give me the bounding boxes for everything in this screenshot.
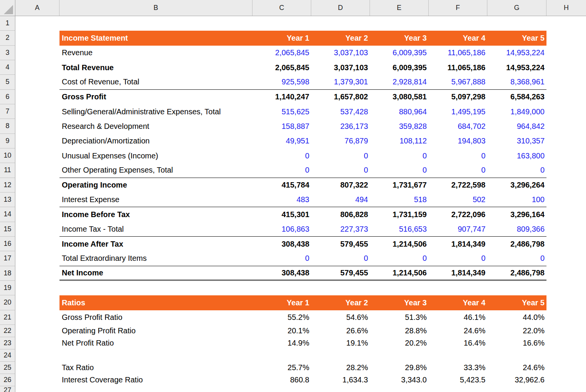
row-header-15[interactable]: 15 xyxy=(0,222,15,237)
cell-value[interactable]: 2,065,845 xyxy=(253,63,311,72)
cell-value[interactable]: 3,343.0 xyxy=(370,376,429,384)
cell-value[interactable]: 33.3% xyxy=(429,363,487,372)
cell-value[interactable]: 0 xyxy=(429,152,487,160)
cell-value[interactable]: 806,828 xyxy=(311,210,370,219)
cell-value[interactable]: 1,634.3 xyxy=(311,376,370,384)
row-header-14[interactable]: 14 xyxy=(0,207,15,222)
cell-value[interactable]: 310,357 xyxy=(487,137,546,145)
cell-value[interactable]: 1,495,195 xyxy=(429,107,487,116)
cell-value[interactable]: 11,065,186 xyxy=(429,48,487,57)
column-header-a[interactable]: A xyxy=(15,0,59,16)
cell-value[interactable]: 100 xyxy=(487,195,546,204)
year-header[interactable]: Year 4 xyxy=(429,34,487,43)
cell-value[interactable]: 108,112 xyxy=(370,137,429,145)
cell-value[interactable]: 925,598 xyxy=(253,77,311,86)
cell-value[interactable]: 46.1% xyxy=(429,313,487,322)
row-header-13[interactable]: 13 xyxy=(0,193,15,207)
cell-value[interactable]: 163,800 xyxy=(487,152,546,160)
cell-label[interactable]: Research & Development xyxy=(59,122,253,131)
cell-value[interactable]: 16.4% xyxy=(429,339,487,348)
cell-value[interactable]: 0 xyxy=(311,166,370,175)
cell-value[interactable]: 2,486,798 xyxy=(487,240,546,249)
cell-value[interactable]: 2,722,096 xyxy=(429,210,487,219)
row-header-22[interactable]: 22 xyxy=(0,325,15,337)
cell-value[interactable]: 483 xyxy=(253,195,311,204)
cell-value[interactable]: 5,423.5 xyxy=(429,376,487,384)
row-header-1[interactable]: 1 xyxy=(0,16,15,31)
cell-value[interactable]: 0 xyxy=(370,152,429,160)
row-header-26[interactable]: 26 xyxy=(0,374,15,386)
year-header[interactable]: Year 3 xyxy=(370,34,429,43)
cell-value[interactable]: 579,455 xyxy=(311,268,370,277)
cell-value[interactable]: 1,379,301 xyxy=(311,77,370,86)
cell-value[interactable]: 227,373 xyxy=(311,225,370,234)
year-header[interactable]: Year 2 xyxy=(311,298,370,307)
cell-label[interactable]: Total Extraordinary Items xyxy=(59,254,253,263)
cell-value[interactable]: 236,173 xyxy=(311,122,370,131)
cell-value[interactable]: 0 xyxy=(487,166,546,175)
cell-value[interactable]: 3,296,264 xyxy=(487,181,546,189)
cell-value[interactable]: 25.7% xyxy=(253,363,311,372)
cell-label[interactable]: Net Profit Ratio xyxy=(59,339,253,348)
row-header-12[interactable]: 12 xyxy=(0,178,15,193)
column-header-g[interactable]: G xyxy=(487,0,546,16)
cell-value[interactable]: 0 xyxy=(253,166,311,175)
cell-value[interactable]: 22.0% xyxy=(487,326,546,335)
year-header[interactable]: Year 1 xyxy=(253,298,311,307)
cell-value[interactable]: 24.6% xyxy=(429,326,487,335)
cell-value[interactable]: 14,953,224 xyxy=(487,48,546,57)
cell-label[interactable]: Income Before Tax xyxy=(59,210,253,219)
row-header-2[interactable]: 2 xyxy=(0,31,15,45)
cell-value[interactable]: 516,653 xyxy=(370,225,429,234)
row-header-10[interactable]: 10 xyxy=(0,148,15,163)
cell-value[interactable]: 28.8% xyxy=(370,326,429,335)
cell-value[interactable]: 515,625 xyxy=(253,107,311,116)
cell-value[interactable]: 809,366 xyxy=(487,225,546,234)
cell-label[interactable]: Gross Profit xyxy=(59,92,253,101)
cell-value[interactable]: 0 xyxy=(311,254,370,263)
year-header[interactable]: Year 4 xyxy=(429,298,487,307)
cell-value[interactable]: 860.8 xyxy=(253,376,311,384)
cell-label[interactable]: Other Operating Expenses, Total xyxy=(59,166,253,175)
cell-label[interactable]: Unusual Expenses (Income) xyxy=(59,152,253,160)
cell-label[interactable]: Income After Tax xyxy=(59,240,253,249)
cell-label[interactable]: Selling/General/Administrative Expenses,… xyxy=(59,107,253,116)
row-header-4[interactable]: 4 xyxy=(0,60,15,75)
year-header[interactable]: Year 3 xyxy=(370,298,429,307)
cell-value[interactable]: 502 xyxy=(429,195,487,204)
column-header-c[interactable]: C xyxy=(253,0,311,16)
cell-value[interactable]: 44.0% xyxy=(487,313,546,322)
cell-value[interactable]: 55.2% xyxy=(253,313,311,322)
cell-value[interactable]: 880,964 xyxy=(370,107,429,116)
cell-value[interactable]: 1,731,677 xyxy=(370,181,429,189)
cell-value[interactable]: 537,428 xyxy=(311,107,370,116)
cell-value[interactable]: 2,928,814 xyxy=(370,77,429,86)
cell-value[interactable]: 907,747 xyxy=(429,225,487,234)
row-header-6[interactable]: 6 xyxy=(0,90,15,104)
cell-value[interactable]: 1,731,159 xyxy=(370,210,429,219)
column-header-f[interactable]: F xyxy=(429,0,487,16)
cell-value[interactable]: 106,863 xyxy=(253,225,311,234)
year-header[interactable]: Year 5 xyxy=(487,34,546,43)
cell-value[interactable]: 3,037,103 xyxy=(311,48,370,57)
cell-label[interactable]: Operating Income xyxy=(59,181,253,189)
cell-value[interactable]: 19.1% xyxy=(311,339,370,348)
cell-value[interactable]: 158,887 xyxy=(253,122,311,131)
cell-value[interactable]: 3,296,164 xyxy=(487,210,546,219)
cell-value[interactable]: 1,140,247 xyxy=(253,92,311,101)
cell-value[interactable]: 5,097,298 xyxy=(429,92,487,101)
cell-value[interactable]: 2,486,798 xyxy=(487,268,546,277)
cell-value[interactable]: 11,065,186 xyxy=(429,63,487,72)
cell-value[interactable]: 964,842 xyxy=(487,122,546,131)
cell-value[interactable]: 8,368,961 xyxy=(487,77,546,86)
cell-value[interactable]: 1,814,349 xyxy=(429,240,487,249)
row-header-11[interactable]: 11 xyxy=(0,163,15,178)
cell-value[interactable]: 0 xyxy=(253,254,311,263)
cell-value[interactable]: 2,722,598 xyxy=(429,181,487,189)
cell-value[interactable]: 2,065,845 xyxy=(253,48,311,57)
column-header-d[interactable]: D xyxy=(311,0,370,16)
column-header-b[interactable]: B xyxy=(59,0,253,16)
row-header-20[interactable]: 20 xyxy=(0,295,15,310)
year-header[interactable]: Year 1 xyxy=(253,34,311,43)
income-statement-title[interactable]: Income Statement xyxy=(59,34,253,43)
